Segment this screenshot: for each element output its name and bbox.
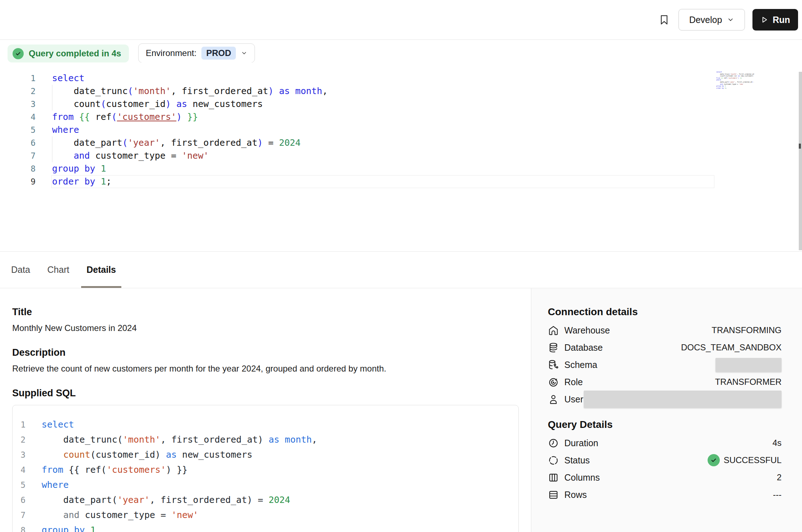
header-toolbar: Develop Run	[0, 0, 802, 40]
code-line-4: 4from {{ ref('customers') }}	[13, 462, 518, 477]
row-label: Database	[564, 342, 603, 353]
line-number: 2	[13, 432, 25, 447]
row-label: Warehouse	[564, 325, 610, 336]
code-text: select	[42, 417, 74, 432]
code-line-8: 8group by 1	[13, 523, 518, 532]
line-number: 7	[13, 508, 25, 523]
line-number: 3	[0, 98, 36, 111]
redacted-value	[584, 391, 782, 408]
run-button[interactable]: Run	[752, 9, 798, 31]
tab-chart[interactable]: Chart	[42, 252, 75, 288]
code-line-8[interactable]: 8group by 1	[0, 162, 802, 175]
code-line-5: 5where	[13, 477, 518, 493]
code-text: from {{ ref('customers') }}	[42, 462, 187, 477]
bookmark-icon	[658, 14, 670, 26]
minimap-line: order by 1;	[716, 87, 754, 89]
sql-editor[interactable]: 1select2 date_trunc('month', first_order…	[0, 62, 802, 251]
code-text: group by 1	[42, 523, 96, 532]
code-line-7: 7 and customer_type = 'new'	[13, 508, 518, 523]
details-panel: Title Monthly New Customers in 2024 Desc…	[0, 288, 531, 532]
code-line-3[interactable]: 3 count(customer_id) as new_customers	[0, 98, 802, 111]
bookmark-button[interactable]	[656, 10, 672, 29]
line-number: 1	[0, 72, 36, 85]
database-icon	[548, 342, 559, 353]
line-number: 8	[13, 523, 25, 532]
row-label: Schema	[564, 360, 597, 370]
line-number: 3	[13, 447, 25, 462]
query-details-heading: Query Details	[548, 419, 782, 431]
query-details-row-duration: Duration4s	[548, 434, 782, 452]
environment-dropdown[interactable]: Environment: PROD	[138, 43, 255, 63]
editor-lines[interactable]: 1select2 date_trunc('month', first_order…	[0, 72, 802, 188]
connection-details-row-role: RoleTRANSFORMER	[548, 373, 782, 391]
code-line-2[interactable]: 2 date_trunc('month', first_ordered_at) …	[0, 85, 802, 98]
title-heading: Title	[12, 306, 531, 318]
check-circle-icon	[13, 48, 24, 59]
tab-data[interactable]: Data	[6, 252, 36, 288]
row-value-text: 2	[777, 472, 782, 482]
schema-icon	[548, 359, 559, 370]
query-details-rows: Duration4sStatusSUCCESSFULColumns2Rows--…	[548, 434, 782, 503]
row-value-text: TRANSFORMING	[712, 325, 782, 335]
code-text: count(customer_id) as new_customers	[52, 98, 263, 111]
play-icon	[760, 16, 768, 24]
line-number: 5	[13, 477, 25, 493]
row-value: TRANSFORMER	[715, 377, 782, 387]
code-line-3: 3 count(customer_id) as new_customers	[13, 447, 518, 462]
details-content: Title Monthly New Customers in 2024 Desc…	[0, 288, 802, 532]
code-text: date_part('year', first_ordered_at) = 20…	[52, 136, 300, 149]
app-root: Develop Run Query completed in 4s Enviro…	[0, 0, 802, 532]
row-value-text: 4s	[773, 438, 782, 448]
success-check-icon	[708, 454, 720, 466]
warehouse-icon	[548, 325, 559, 336]
row-value-text: DOCS_TEAM_SANDBOX	[681, 342, 782, 353]
editor-scrollbar-thumb[interactable]	[799, 144, 801, 149]
connection-details-row-warehouse: WarehouseTRANSFORMING	[548, 322, 782, 339]
code-line-1[interactable]: 1select	[0, 72, 802, 85]
code-text: where	[52, 123, 79, 136]
code-line-6[interactable]: 6 date_part('year', first_ordered_at) = …	[0, 136, 802, 149]
title-value: Monthly New Customers in 2024	[12, 323, 531, 333]
develop-button[interactable]: Develop	[679, 9, 745, 31]
description-value: Retrieve the count of new customers per …	[12, 363, 531, 374]
connection-details-heading: Connection details	[548, 306, 782, 318]
row-label: Duration	[564, 438, 598, 448]
row-value: ---	[773, 490, 782, 500]
row-label: User	[564, 394, 583, 405]
query-status-pill: Query completed in 4s	[8, 45, 129, 62]
line-number: 1	[13, 417, 25, 432]
code-text: and customer_type = 'new'	[52, 149, 209, 162]
results-tabbar: DataChartDetails	[0, 251, 802, 288]
line-number: 2	[0, 85, 36, 98]
line-number: 7	[0, 149, 36, 162]
status-icon	[548, 455, 559, 466]
row-value-text: ---	[773, 490, 782, 500]
row-label: Role	[564, 377, 583, 387]
editor-minimap[interactable]: select date_trunc('month', first_ordered…	[716, 71, 754, 94]
user-icon	[548, 394, 559, 405]
line-number: 9	[0, 175, 36, 188]
row-value: SUCCESSFUL	[708, 454, 782, 466]
description-heading: Description	[12, 347, 531, 358]
line-number: 5	[0, 123, 36, 136]
code-line-7[interactable]: 7 and customer_type = 'new'	[0, 149, 802, 162]
row-value: 4s	[773, 438, 782, 448]
code-text: date_part('year', first_ordered_at) = 20…	[42, 493, 290, 508]
row-label: Rows	[564, 490, 587, 500]
environment-badge: PROD	[201, 47, 236, 60]
code-text: from {{ ref('customers') }}	[52, 111, 198, 123]
code-line-5[interactable]: 5where	[0, 123, 802, 136]
row-value	[584, 391, 782, 408]
row-value: 2	[777, 472, 782, 482]
row-label: Status	[564, 455, 590, 466]
chevron-down-icon	[727, 16, 734, 23]
editor-scrollbar[interactable]	[799, 72, 802, 250]
environment-label: Environment:	[146, 48, 196, 58]
code-line-9[interactable]: 9order by 1;	[0, 175, 802, 188]
tab-details[interactable]: Details	[81, 252, 121, 288]
code-line-2: 2 date_trunc('month', first_ordered_at) …	[13, 432, 518, 447]
connection-details-row-schema: Schema	[548, 356, 782, 373]
code-line-4[interactable]: 4from {{ ref('customers') }}	[0, 111, 802, 123]
row-label: Columns	[564, 472, 600, 483]
code-line-6: 6 date_part('year', first_ordered_at) = …	[13, 493, 518, 508]
